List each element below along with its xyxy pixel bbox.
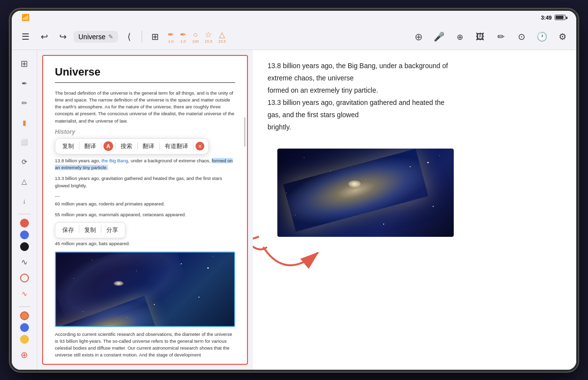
blue-color-dot-2[interactable]	[20, 323, 29, 332]
para1-text: 13.8 billion years ago, the Big Bang, un…	[55, 157, 235, 172]
collapse-icon: ⟨	[127, 31, 131, 42]
black-color-dot[interactable]	[20, 242, 29, 251]
left-sidebar: ⊞ ✒ ✏ ▮ ⬜ ⟳ △ ↓ ∿ ∿ ⊕	[12, 50, 37, 370]
extracted-line-2: extreme chaos, the universe	[268, 74, 354, 82]
pen-button[interactable]: ✏	[493, 29, 509, 45]
doc-area-inner: Universe The broad definition of the uni…	[55, 66, 235, 359]
orange-filled-dot[interactable]	[20, 311, 29, 320]
popup-sep-3	[115, 142, 116, 150]
star-num: 15.5	[205, 39, 213, 44]
pen-icon-2: ✒	[180, 30, 186, 39]
time-display: 3:49	[541, 15, 552, 21]
pen-tool-1[interactable]: ✒ 1.0	[166, 29, 176, 45]
pen-num-2: 1.0	[180, 39, 186, 44]
doc-title-text: Universe	[78, 33, 105, 41]
zoom-icon: ⊕	[457, 32, 463, 42]
right-image-area	[268, 149, 454, 237]
undo-button[interactable]: ↩	[36, 29, 52, 45]
pen-num-1: 1.0	[168, 39, 173, 44]
image-icon: 🖼	[476, 32, 485, 42]
copy-btn[interactable]: 复制	[59, 141, 77, 152]
toolbar: ☰ ↩ ↪ Universe ✎ ⟨ ⊞	[12, 25, 576, 50]
star-icon: ☆	[205, 30, 212, 39]
bottom-sep-1	[79, 225, 79, 233]
grid-view-button[interactable]: ⊞	[147, 29, 163, 45]
sidebar-lasso-icon[interactable]: ⟳	[16, 153, 33, 171]
ellipsis: ---	[55, 193, 235, 199]
status-left: 📶	[22, 14, 29, 21]
triangle-tool[interactable]: △ 15.5	[216, 29, 228, 45]
galaxy-right-core	[283, 149, 428, 231]
device-screen: 📶 3:49 ☰ ↩ ↪ U	[12, 11, 576, 370]
save-btn[interactable]: 保存	[60, 225, 76, 235]
redo-button[interactable]: ↪	[55, 29, 71, 45]
history-button[interactable]: 🕐	[534, 29, 550, 45]
highlighted-text: formed on an extremely tiny particle.	[55, 158, 233, 170]
popup-sep-4	[137, 142, 138, 150]
menu-button[interactable]: ☰	[18, 29, 33, 45]
extracted-line-6: brightly.	[268, 123, 291, 131]
extracted-line-3: formed on an extremely tiny particle.	[268, 86, 378, 94]
popup-close-btn[interactable]: ✕	[196, 142, 204, 151]
add-button[interactable]: ⊕	[411, 29, 426, 45]
right-panel: 13.8 billion years ago, the Big Bang, un…	[253, 50, 576, 370]
special-translate-btn[interactable]: 有道翻译	[162, 141, 191, 152]
history-heading: History	[55, 128, 235, 135]
para2-text: 13.3 billion years ago, gravitation gath…	[55, 175, 235, 189]
menu-icon: ☰	[22, 31, 29, 42]
sidebar-pencil-icon[interactable]: ✏	[16, 94, 33, 112]
image-button[interactable]: 🖼	[472, 29, 488, 45]
blue-color-dot[interactable]	[20, 230, 29, 239]
caption-text: According to current scientific research…	[55, 331, 235, 359]
doc-title-pill[interactable]: Universe ✎	[74, 31, 118, 43]
sidebar-shape-icon[interactable]: △	[16, 173, 33, 190]
add-icon: ⊕	[415, 31, 423, 43]
extracted-line-5: gas, and the first stars glowed	[268, 111, 359, 119]
scan-icon: ⊙	[518, 31, 525, 42]
tool-icon-group: ✒ 1.0 ✒ 1.0 ○ 100 ☆ 15.5	[166, 29, 228, 45]
copy-bottom-btn[interactable]: 复制	[82, 225, 98, 235]
star-tool[interactable]: ☆ 15.5	[203, 29, 215, 45]
sidebar-eraser-icon[interactable]: ⬜	[16, 133, 33, 151]
sidebar-marker-icon[interactable]: ▮	[16, 114, 33, 131]
document-title: Universe	[55, 66, 235, 78]
pen-icon-1: ✒	[168, 30, 174, 39]
pen-tool-2[interactable]: ✒ 1.0	[178, 29, 188, 45]
main-content: ⊞ ✒ ✏ ▮ ⬜ ⟳ △ ↓ ∿ ∿ ⊕	[12, 50, 576, 370]
yellow-color-dot[interactable]	[20, 335, 29, 344]
intro-text: The broad definition of the universe is …	[55, 90, 235, 125]
a-button[interactable]: A	[103, 141, 113, 151]
settings-icon: ⚙	[559, 31, 566, 42]
extracted-text: 13.8 billion years ago, the Big Bang, un…	[268, 60, 493, 134]
mic-button[interactable]: 🎤	[431, 29, 447, 45]
orange-outlined-dot[interactable]	[20, 274, 29, 282]
sidebar-wave-icon[interactable]: ∿	[16, 253, 33, 271]
triangle-num: 15.5	[218, 39, 226, 44]
search-btn[interactable]: 搜索	[118, 141, 135, 152]
document-area: Universe The broad definition of the uni…	[42, 55, 248, 365]
circle-tool[interactable]: ○ 100	[190, 29, 200, 45]
toolbar-left: ☰ ↩ ↪ Universe ✎ ⟨ ⊞	[18, 29, 228, 45]
add-color-button[interactable]: ⊕	[16, 346, 33, 364]
sidebar-wave2-icon[interactable]: ∿	[16, 285, 33, 303]
mic-icon: 🎤	[434, 31, 444, 42]
scan-button[interactable]: ⊙	[514, 29, 529, 45]
red-color-dot[interactable]	[20, 219, 29, 228]
sidebar-pen-icon[interactable]: ✒	[16, 75, 33, 92]
grid-icon: ⊞	[151, 31, 159, 42]
right-galaxy-image	[277, 149, 454, 237]
para6-text: 45 million years ago, bats appeared.	[55, 240, 235, 247]
sidebar-arrow-icon[interactable]: ↓	[16, 192, 33, 210]
translate2-btn[interactable]: 翻译	[140, 141, 157, 152]
collapse-button[interactable]: ⟨	[121, 29, 137, 45]
undo-icon: ↩	[41, 31, 48, 42]
pen-icon: ✏	[497, 31, 505, 42]
zoom-button[interactable]: ⊕	[452, 29, 467, 45]
settings-button[interactable]: ⚙	[555, 29, 570, 45]
translate-btn[interactable]: 翻译	[81, 141, 99, 152]
history-icon: 🕐	[537, 31, 547, 42]
share-btn[interactable]: 分享	[104, 225, 120, 235]
scroll-indicator	[244, 117, 245, 147]
sidebar-grid-icon[interactable]: ⊞	[16, 55, 33, 73]
device-frame: 📶 3:49 ☰ ↩ ↪ U	[10, 9, 578, 372]
